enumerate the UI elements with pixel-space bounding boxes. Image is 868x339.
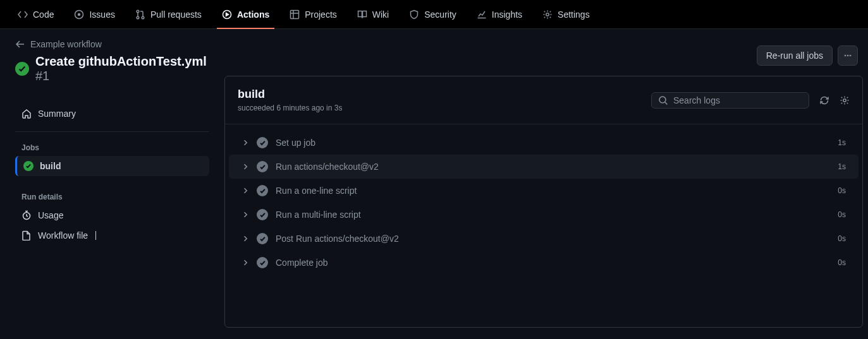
- shield-icon: [409, 9, 419, 20]
- step-row[interactable]: Run a one-line script 0s: [229, 179, 859, 203]
- tab-security[interactable]: Security: [401, 0, 464, 29]
- sidebar-jobs-heading: Jobs: [15, 137, 209, 156]
- sync-icon[interactable]: [819, 95, 829, 105]
- kebab-icon: [843, 51, 853, 61]
- step-row[interactable]: Complete job 0s: [229, 251, 859, 275]
- step-name: Complete job: [276, 258, 830, 268]
- tab-wiki-label: Wiki: [372, 9, 389, 20]
- tab-insights-label: Insights: [492, 9, 522, 20]
- search-logs-wrap[interactable]: [651, 92, 809, 109]
- code-icon: [18, 9, 28, 20]
- search-icon: [658, 95, 668, 105]
- tab-settings-label: Settings: [558, 9, 590, 20]
- step-row[interactable]: Run actions/checkout@v2 1s: [229, 155, 859, 179]
- success-status-icon: [257, 233, 268, 244]
- job-panel-subtitle: succeeded 6 minutes ago in 3s: [238, 104, 342, 112]
- step-name: Run a one-line script: [276, 186, 830, 196]
- sidebar-usage[interactable]: Usage: [15, 205, 209, 225]
- repo-topnav: Code Issues Pull requests Actions Projec…: [0, 0, 868, 29]
- svg-point-10: [847, 55, 849, 57]
- tab-settings[interactable]: Settings: [535, 0, 597, 29]
- job-panel-title: build: [238, 88, 342, 101]
- back-link[interactable]: Example workflow: [15, 39, 209, 49]
- text-cursor: [95, 231, 96, 240]
- svg-point-13: [843, 98, 846, 101]
- sidebar-usage-label: Usage: [38, 210, 63, 220]
- run-title: Create githubActionTest.yml: [35, 54, 207, 68]
- svg-point-12: [659, 97, 666, 103]
- step-time: 0s: [838, 210, 846, 219]
- sidebar-job-build[interactable]: build: [15, 156, 209, 176]
- svg-point-3: [137, 16, 139, 19]
- svg-point-4: [142, 16, 144, 19]
- chevron-right-icon: [241, 259, 249, 266]
- tab-code-label: Code: [33, 9, 54, 20]
- tab-issues[interactable]: Issues: [66, 0, 122, 29]
- issue-icon: [74, 9, 84, 20]
- tab-security-label: Security: [424, 9, 456, 20]
- search-logs-input[interactable]: [673, 95, 802, 105]
- pr-icon: [135, 9, 145, 20]
- chevron-right-icon: [241, 211, 249, 218]
- step-name: Post Run actions/checkout@v2: [276, 234, 830, 244]
- tab-wiki[interactable]: Wiki: [350, 0, 396, 29]
- step-time: 1s: [838, 162, 846, 171]
- step-name: Run actions/checkout@v2: [276, 162, 830, 172]
- home-icon: [21, 109, 32, 119]
- success-status-icon: [15, 62, 29, 76]
- chevron-right-icon: [241, 235, 249, 242]
- run-title-row: Create githubActionTest.yml #1: [15, 54, 209, 83]
- tab-issues-label: Issues: [89, 9, 114, 20]
- graph-icon: [477, 9, 487, 20]
- step-time: 0s: [838, 234, 846, 243]
- gear-icon[interactable]: [840, 95, 850, 105]
- project-icon: [290, 9, 300, 20]
- step-time: 1s: [838, 138, 846, 147]
- sidebar-summary-label: Summary: [38, 109, 76, 119]
- step-row[interactable]: Set up job 1s: [229, 131, 859, 155]
- tab-projects-label: Projects: [305, 9, 337, 20]
- sidebar-rundetails-heading: Run details: [15, 186, 209, 205]
- step-name: Set up job: [276, 138, 830, 148]
- tab-actions[interactable]: Actions: [214, 0, 277, 29]
- rerun-all-jobs-button[interactable]: Re-run all jobs: [757, 45, 833, 66]
- svg-point-7: [546, 13, 549, 15]
- play-circle-icon: [222, 9, 232, 20]
- tab-actions-label: Actions: [237, 9, 269, 20]
- svg-rect-6: [291, 10, 299, 18]
- success-status-icon: [23, 161, 34, 171]
- tab-pullrequests[interactable]: Pull requests: [128, 0, 209, 29]
- chevron-right-icon: [241, 163, 249, 170]
- svg-point-2: [137, 10, 139, 13]
- step-time: 0s: [838, 258, 846, 267]
- book-icon: [357, 9, 367, 20]
- step-name: Run a multi-line script: [276, 210, 830, 220]
- tab-code[interactable]: Code: [10, 0, 61, 29]
- stopwatch-icon: [21, 210, 32, 220]
- file-icon: [21, 230, 32, 241]
- tab-insights[interactable]: Insights: [469, 0, 530, 29]
- svg-point-11: [850, 55, 852, 57]
- arrow-left-icon: [15, 39, 25, 49]
- success-status-icon: [257, 185, 268, 196]
- svg-point-9: [845, 55, 847, 57]
- run-number: #1: [35, 69, 49, 83]
- back-link-label: Example workflow: [30, 39, 102, 49]
- success-status-icon: [257, 257, 268, 268]
- sidebar-job-label: build: [40, 161, 61, 171]
- step-list: Set up job 1s Run actions/checkout@v2 1s…: [225, 124, 862, 281]
- step-row[interactable]: Post Run actions/checkout@v2 0s: [229, 227, 859, 251]
- sidebar-summary[interactable]: Summary: [15, 104, 209, 124]
- chevron-right-icon: [241, 187, 249, 194]
- step-row[interactable]: Run a multi-line script 0s: [229, 203, 859, 227]
- tab-pr-label: Pull requests: [150, 9, 202, 20]
- chevron-right-icon: [241, 139, 249, 146]
- sidebar-workflow-file-label: Workflow file: [38, 230, 88, 241]
- sidebar-workflow-file[interactable]: Workflow file: [15, 225, 209, 246]
- tab-projects[interactable]: Projects: [282, 0, 345, 29]
- svg-point-1: [78, 13, 80, 15]
- success-status-icon: [257, 161, 268, 172]
- kebab-menu-button[interactable]: [838, 45, 858, 66]
- success-status-icon: [257, 209, 268, 220]
- success-status-icon: [257, 137, 268, 148]
